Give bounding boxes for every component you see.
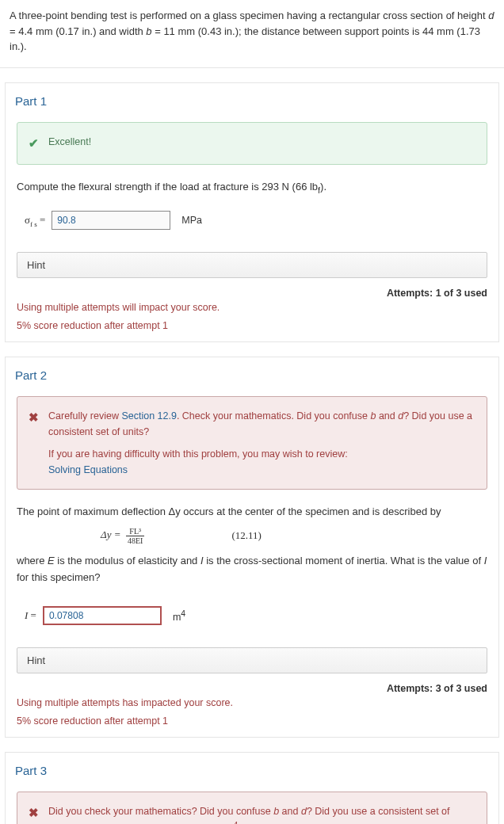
sigma-input[interactable] <box>52 211 170 230</box>
attempts-label: Attempts: 3 of 3 used <box>6 678 498 694</box>
d-val: = 4.4 mm (0.17 in.) and width <box>10 25 146 37</box>
prompt-text: Compute the flexural strength if the loa… <box>17 181 318 193</box>
eq-lhs: Δy = <box>101 528 120 540</box>
part-1: Part 1 ✔ Excellent! Compute the flexural… <box>5 82 499 342</box>
i-input[interactable] <box>43 606 162 625</box>
problem-text: A three-point bending test is performed … <box>10 10 488 21</box>
feedback-msg: Did you check your mathematics? Did you … <box>48 803 475 824</box>
fb3-d: d <box>301 806 307 817</box>
part-1-answer-row: σf s = MPa <box>6 196 498 238</box>
score-note-2: 5% score reduction after attempt 1 <box>6 712 498 731</box>
fb-and: and <box>376 410 398 422</box>
unit-m4: m4 <box>168 609 185 623</box>
hint-button[interactable]: Hint <box>17 252 487 278</box>
check-icon: ✔ <box>29 134 39 153</box>
feedback-incorrect: ✖ Did you check your mathematics? Did yo… <box>17 792 487 824</box>
score-note-2: 5% score reduction after attempt 1 <box>6 317 498 335</box>
fb-line2: If you are having difficulty with this p… <box>48 446 475 462</box>
prompt-end: ). <box>320 181 326 193</box>
cross-icon: ✖ <box>29 408 39 478</box>
cross-icon: ✖ <box>29 803 39 824</box>
part-1-title: Part 1 <box>6 83 498 116</box>
part-2-prompt-2: where E is the modulus of elasticity and… <box>6 550 498 586</box>
part-2-prompt-1: The point of maximum deflection Δy occur… <box>6 501 498 521</box>
fb3-and: and <box>279 806 301 817</box>
section-link[interactable]: Section 12.9 <box>121 410 177 422</box>
part-2-answer-row: I = m4 <box>6 586 498 633</box>
feedback-text: Excellent! <box>48 134 475 153</box>
problem-statement: A three-point bending test is performed … <box>0 0 504 68</box>
feedback-msg: Carefully review Section 12.9. Check you… <box>48 408 475 478</box>
attempts-label: Attempts: 1 of 3 used <box>6 283 498 299</box>
eq-fraction: FL³48EI <box>126 527 144 545</box>
score-note-1: Using multiple attempts has impacted you… <box>6 694 498 712</box>
feedback-correct: ✔ Excellent! <box>17 122 487 165</box>
feedback-incorrect: ✖ Carefully review Section 12.9. Check y… <box>17 396 487 490</box>
part-3: Part 3 ✖ Did you check your mathematics?… <box>5 752 499 824</box>
var-d: d <box>488 10 494 21</box>
sigma-label: σf s = <box>25 214 45 228</box>
part-2-title: Part 2 <box>6 357 498 390</box>
i-label: I = <box>25 609 36 622</box>
unit-mpa: MPa <box>177 215 202 226</box>
part-3-title: Part 3 <box>6 753 498 785</box>
part-1-prompt: Compute the flexural strength if the loa… <box>6 176 498 197</box>
solving-equations-link[interactable]: Solving Equations <box>48 464 128 475</box>
eq-ref: (12.11) <box>231 529 261 542</box>
part-2: Part 2 ✖ Carefully review Section 12.9. … <box>5 357 499 738</box>
equation: Δy = FL³48EI (12.11) <box>6 521 498 550</box>
var-b: b <box>146 25 151 37</box>
hint-button[interactable]: Hint <box>17 647 487 673</box>
score-note-1: Using multiple attempts will impact your… <box>6 299 498 317</box>
fb3-a: Did you check your mathematics? Did you … <box>48 806 273 817</box>
fb-line1-b: . Check your mathematics. Did you confus… <box>177 410 371 422</box>
fb-line1-a: Carefully review <box>48 410 121 422</box>
